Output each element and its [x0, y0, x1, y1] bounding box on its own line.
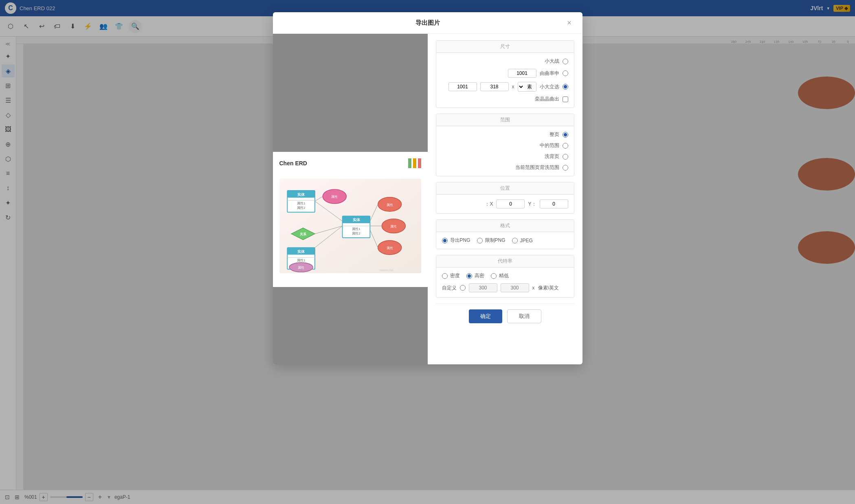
format-limited-png-label: 限制PNG — [485, 237, 506, 244]
position-section-title: 位置 — [436, 182, 574, 195]
size-section-title: 尺寸 — [436, 41, 574, 53]
quality-section-body: 精低 高密 密度 — [436, 267, 574, 297]
range-section-body: 整页 中的范围 洗背页 当前范围页背洗范围 — [436, 126, 574, 176]
range-row-3: 洗背页 — [442, 153, 568, 160]
pixel-label: 像素\英文 — [538, 285, 559, 291]
height-input[interactable] — [448, 82, 477, 91]
confirm-button[interactable]: 确定 — [469, 309, 502, 323]
svg-text:属性: 属性 — [386, 203, 393, 207]
quality-section-title: 代特率 — [436, 255, 574, 267]
quality-custom-label: 自定义 — [442, 285, 457, 291]
quality-density-label: 密度 — [450, 272, 460, 279]
dialog-footer: 取消 确定 — [436, 303, 574, 329]
x-separator-2: x — [532, 285, 535, 291]
preview-diagram-title: Chen ERD — [279, 160, 307, 167]
quality-width-input[interactable] — [501, 283, 529, 292]
format-row: JPEG 限制PNG 导出PNG — [442, 237, 568, 244]
format-section-body: JPEG 限制PNG 导出PNG — [436, 232, 574, 249]
cancel-button[interactable]: 取消 — [507, 309, 541, 323]
format-section-title: 格式 — [436, 220, 574, 232]
dialog-preview: Chen ERD — [273, 34, 428, 364]
quality-low-label: 精低 — [499, 272, 509, 279]
range-page-label: 整页 — [549, 131, 559, 138]
range-section: 范围 整页 中的范围 洗背页 — [436, 114, 574, 176]
color-bars — [408, 158, 421, 168]
dialog-body: 尺寸 小大战 由曲率申 — [273, 34, 582, 364]
range-row-1: 整页 — [442, 131, 568, 138]
range-center-label: 中的范围 — [540, 142, 559, 149]
format-png-radio[interactable] — [442, 238, 448, 243]
svg-text:属性: 属性 — [390, 225, 397, 228]
fit-label: 栾晶晶曲出 — [535, 96, 559, 103]
x-separator-1: x — [512, 84, 514, 90]
y-label: ：Y — [528, 201, 536, 208]
quality-low-radio[interactable] — [491, 273, 497, 279]
quality-density-group: 密度 — [442, 272, 460, 279]
custom-size-radio[interactable] — [563, 84, 568, 90]
range-row-4: 当前范围页背洗范围 — [442, 164, 568, 171]
dialog-overlay: × 导出图片 尺寸 小大战 — [0, 0, 855, 504]
dialog-title: 导出图片 — [415, 19, 440, 27]
unit-select[interactable]: 素 — [518, 82, 536, 92]
range-current-label: 当前范围页背洗范围 — [515, 164, 559, 171]
svg-text:实体: 实体 — [297, 249, 305, 254]
svg-text:属性2: 属性2 — [352, 232, 360, 235]
actual-size-radio[interactable] — [563, 59, 568, 64]
quality-row-1: 精低 高密 密度 — [442, 272, 568, 279]
position-section-body: ：Y X： — [436, 195, 574, 213]
range-bg-radio[interactable] — [563, 154, 568, 160]
close-button[interactable]: × — [565, 18, 574, 28]
svg-text:属性: 属性 — [331, 195, 338, 199]
x-position-input[interactable] — [496, 199, 525, 208]
fit-checkbox[interactable] — [563, 96, 568, 102]
format-jpeg-group: JPEG — [512, 238, 533, 243]
quality-row-2: 像素\英文 x 自定义 — [442, 283, 568, 292]
svg-text:属性1: 属性1 — [297, 202, 305, 205]
range-current-radio[interactable] — [563, 165, 568, 171]
width-input[interactable] — [480, 82, 509, 91]
position-section: 位置 ：Y X： — [436, 182, 574, 214]
range-row-2: 中的范围 — [442, 142, 568, 149]
svg-text:属性: 属性 — [386, 246, 393, 250]
format-png-group: 导出PNG — [442, 237, 470, 244]
preview-header: Chen ERD — [279, 158, 421, 168]
stretch-radio[interactable] — [563, 70, 568, 76]
svg-text:属性1: 属性1 — [297, 259, 305, 262]
quality-custom-radio[interactable] — [460, 285, 466, 291]
custom-size-label: 小大立选 — [540, 83, 559, 90]
x-label: X： — [485, 201, 493, 208]
dialog-header: × 导出图片 — [273, 12, 582, 34]
format-jpeg-radio[interactable] — [512, 238, 518, 243]
quality-high-group: 高密 — [466, 272, 484, 279]
color-bar-green — [408, 158, 411, 168]
actual-size-label: 小大战 — [545, 58, 559, 65]
preview-main: Chen ERD — [273, 152, 428, 287]
range-page-radio[interactable] — [563, 132, 568, 138]
stretch-label: 由曲率申 — [540, 70, 559, 77]
quality-low-group: 精低 — [491, 272, 509, 279]
preview-diagram: Chen ERD — [273, 152, 428, 287]
export-dialog: × 导出图片 尺寸 小大战 — [273, 12, 582, 364]
stretch-input[interactable] — [508, 69, 536, 78]
y-position-input[interactable] — [540, 199, 568, 208]
range-bg-label: 洗背页 — [545, 153, 559, 160]
size-section: 尺寸 小大战 由曲率申 — [436, 40, 574, 108]
quality-density-radio[interactable] — [442, 273, 448, 279]
stretch-row: 由曲率申 — [442, 69, 568, 78]
preview-bottom-area — [273, 287, 428, 364]
svg-text:关系: 关系 — [299, 232, 307, 236]
color-bar-orange — [413, 158, 416, 168]
custom-size-row: 小大立选 素 x — [442, 82, 568, 92]
quality-high-radio[interactable] — [466, 273, 472, 279]
svg-text:实体: 实体 — [297, 192, 305, 197]
preview-top-area — [273, 34, 428, 152]
range-center-radio[interactable] — [563, 143, 568, 149]
format-limited-png-radio[interactable] — [477, 238, 483, 243]
position-row: ：Y X： — [442, 199, 568, 208]
format-section: 格式 JPEG 限制PNG 导出PNG — [436, 219, 574, 249]
svg-text:实体: 实体 — [352, 217, 360, 222]
svg-text:属性2: 属性2 — [297, 206, 305, 210]
size-section-body: 小大战 由曲率申 小大立选 素 — [436, 53, 574, 107]
quality-section: 代特率 精低 高密 密度 — [436, 255, 574, 298]
quality-height-input[interactable] — [469, 283, 497, 292]
